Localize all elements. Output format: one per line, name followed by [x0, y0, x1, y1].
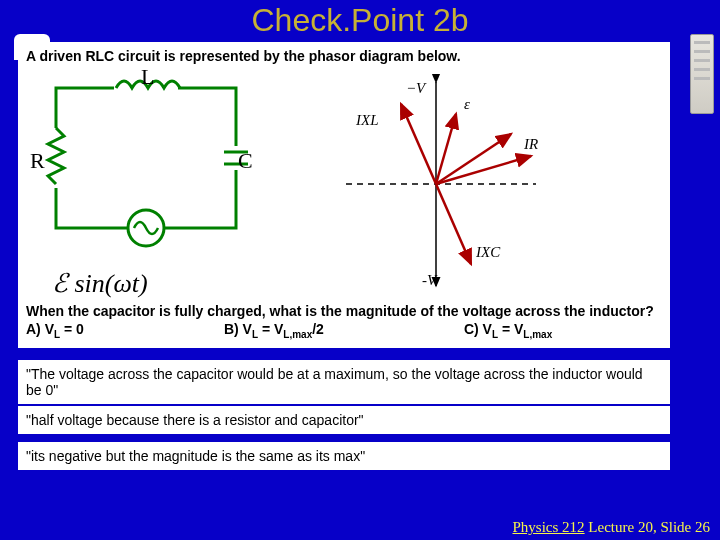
circuit-svg — [26, 68, 266, 268]
emf-expression: ℰ sin(ωt) — [52, 268, 266, 299]
svg-rect-0 — [56, 88, 236, 228]
option-a[interactable]: A) VL = 0 — [26, 321, 84, 340]
problem-box: A driven RLC circuit is represented by t… — [18, 42, 670, 348]
option-b[interactable]: B) VL = VL,max/2 — [224, 321, 324, 340]
phasor-diagram: −V ε IXL IR IXC -V — [276, 74, 596, 294]
footer-course: Physics 212 — [513, 519, 585, 535]
problem-prompt: A driven RLC circuit is represented by t… — [26, 48, 662, 64]
svg-line-12 — [436, 156, 531, 184]
slide-title: Check.Point 2b — [0, 0, 720, 39]
label-r: R — [30, 148, 45, 174]
quote-box-1: "The voltage across the capacitor would … — [18, 360, 670, 404]
question-text: When the capacitor is fully charged, wha… — [26, 303, 662, 319]
phasor-label-ixl: IXL — [356, 112, 379, 129]
phasor-label-ixc: IXC — [476, 244, 500, 261]
slide-footer: Physics 212 Lecture 20, Slide 26 — [513, 519, 711, 536]
phasor-label-neg-v: -V — [422, 272, 436, 289]
footer-lecture: Lecture 20, — [588, 519, 656, 535]
svg-line-13 — [436, 184, 471, 264]
phasor-svg — [276, 74, 596, 294]
svg-line-9 — [401, 104, 436, 184]
phasor-label-ir: IR — [524, 136, 538, 153]
options-row: A) VL = 0 B) VL = VL,max/2 C) VL = VL,ma… — [26, 321, 662, 340]
label-c: C — [238, 148, 253, 174]
footer-slide: Slide 26 — [660, 519, 710, 535]
quote-box-3: "its negative but the magnitude is the s… — [18, 442, 670, 470]
phasor-label-epsilon: ε — [464, 96, 470, 113]
quote-1: "The voltage across the capacitor would … — [26, 366, 662, 398]
quote-box-2: "half voltage because there is a resisto… — [18, 406, 670, 434]
clicker-remote-image — [690, 34, 714, 114]
circuit-column: L R C ℰ sin(ωt) — [26, 68, 266, 299]
quote-3: "its negative but the magnitude is the s… — [26, 448, 662, 464]
option-c[interactable]: C) VL = VL,max — [464, 321, 552, 340]
quote-2: "half voltage because there is a resisto… — [26, 412, 662, 428]
label-l: L — [141, 64, 154, 90]
rlc-circuit-diagram: L R C — [26, 68, 266, 268]
phasor-label-minus-v: −V — [406, 80, 425, 97]
